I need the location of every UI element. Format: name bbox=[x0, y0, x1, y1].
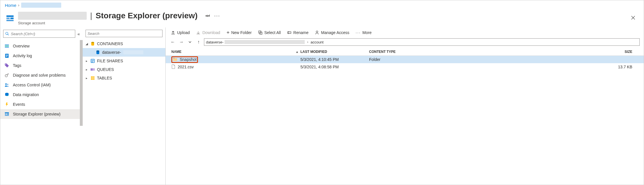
svg-point-15 bbox=[5, 64, 6, 65]
more-icon[interactable]: ··· bbox=[214, 13, 220, 19]
tree-node-queues[interactable]: ▸ QUEUES bbox=[83, 65, 165, 74]
svg-rect-35 bbox=[91, 76, 94, 80]
manage-access-button[interactable]: Manage Access bbox=[315, 30, 349, 35]
table-row[interactable]: 2021.csv 5/3/2021, 4:08:58 PM 13.7 KB bbox=[166, 63, 644, 71]
svg-rect-22 bbox=[7, 114, 9, 115]
column-header-size[interactable]: SIZE bbox=[413, 50, 641, 54]
sort-asc-icon: ▲ bbox=[296, 50, 299, 53]
tree-node-label: QUEUES bbox=[97, 67, 114, 72]
events-icon bbox=[4, 102, 9, 107]
svg-rect-9 bbox=[5, 46, 9, 46]
chevron-right-icon: › bbox=[18, 3, 19, 7]
svg-rect-14 bbox=[6, 56, 7, 57]
sidebar-nav: Overview Activity log Tags Diagnose and … bbox=[0, 40, 83, 185]
scrollbar-thumb[interactable] bbox=[80, 40, 83, 126]
file-size: 13.7 KB bbox=[413, 65, 641, 69]
file-type: Folder bbox=[367, 57, 413, 62]
svg-rect-12 bbox=[6, 55, 8, 55]
containers-icon bbox=[90, 41, 95, 46]
file-name: Snapshot bbox=[180, 57, 197, 62]
sidebar-item-label: Diagnose and solve problems bbox=[13, 73, 66, 77]
toolbar-label: Manage Access bbox=[321, 30, 349, 35]
svg-rect-42 bbox=[288, 32, 291, 33]
download-button[interactable]: Download bbox=[196, 30, 220, 35]
sidebar-item-label: Access Control (IAM) bbox=[13, 83, 51, 87]
tree-node-file-shares[interactable]: ▸ FILE SHARES bbox=[83, 57, 165, 65]
tree-node-label: CONTAINERS bbox=[97, 41, 123, 46]
tree-search[interactable] bbox=[86, 30, 163, 37]
tree-node-tables[interactable]: ▸ TABLES bbox=[83, 74, 165, 82]
svg-rect-2 bbox=[10, 17, 13, 19]
sidebar-item-activity-log[interactable]: Activity log bbox=[0, 51, 83, 61]
tree-node-redacted bbox=[123, 50, 143, 54]
tree-node-label: FILE SHARES bbox=[97, 59, 123, 63]
sidebar-item-overview[interactable]: Overview bbox=[0, 41, 83, 51]
nav-dropdown-button[interactable] bbox=[187, 39, 193, 45]
toolbar-label: Download bbox=[202, 30, 220, 35]
container-icon bbox=[95, 50, 100, 55]
svg-line-7 bbox=[8, 34, 9, 35]
svg-rect-33 bbox=[92, 68, 93, 71]
sidebar-item-access-control[interactable]: Access Control (IAM) bbox=[0, 80, 83, 90]
new-folder-button[interactable]: + New Folder bbox=[227, 30, 252, 35]
sidebar-item-diagnose[interactable]: Diagnose and solve problems bbox=[0, 70, 83, 80]
nav-up-button[interactable]: ↑ bbox=[195, 39, 202, 45]
svg-point-27 bbox=[96, 51, 99, 52]
queues-icon bbox=[90, 67, 95, 72]
sidebar-search[interactable] bbox=[3, 30, 75, 38]
chevron-right-icon: › bbox=[307, 40, 308, 44]
sidebar: « Overview Activity log Tags Diagnose an… bbox=[0, 27, 83, 185]
file-icon bbox=[171, 64, 175, 70]
sidebar-item-data-migration[interactable]: Data migration bbox=[0, 90, 83, 100]
column-header-modified[interactable]: LAST MODIFIED bbox=[299, 50, 367, 54]
sidebar-item-tags[interactable]: Tags bbox=[0, 61, 83, 70]
page-header: | Storage Explorer (preview) ··· Storage… bbox=[0, 10, 644, 27]
sidebar-item-label: Tags bbox=[13, 63, 21, 68]
sidebar-search-input[interactable] bbox=[11, 32, 73, 36]
address-bar[interactable]: dataverse- › account bbox=[204, 38, 640, 46]
collapse-sidebar-icon[interactable]: « bbox=[78, 31, 80, 36]
svg-rect-32 bbox=[91, 68, 92, 71]
table-row[interactable]: Snapshot 5/3/2021, 4:10:45 PM Folder bbox=[166, 56, 644, 63]
navigation-bar: ← → ↑ dataverse- › account bbox=[166, 38, 644, 48]
tree-node-containers[interactable]: ◢ CONTAINERS bbox=[83, 39, 165, 48]
svg-rect-23 bbox=[5, 115, 9, 116]
upload-button[interactable]: Upload bbox=[171, 30, 190, 35]
select-all-button[interactable]: Select All bbox=[258, 30, 281, 35]
storage-account-icon bbox=[5, 13, 15, 23]
svg-point-18 bbox=[7, 84, 8, 85]
tags-icon bbox=[4, 63, 9, 68]
sidebar-item-label: Overview bbox=[13, 44, 29, 48]
svg-rect-0 bbox=[7, 15, 14, 17]
column-header-type[interactable]: CONTENT TYPE bbox=[367, 50, 413, 54]
access-control-icon bbox=[4, 82, 9, 87]
expand-arrow-icon: ◢ bbox=[85, 42, 88, 46]
breadcrumb-home[interactable]: Home bbox=[5, 3, 16, 8]
table-header: NAME ▲ LAST MODIFIED CONTENT TYPE SIZE bbox=[166, 48, 644, 56]
column-label: NAME bbox=[171, 50, 181, 54]
breadcrumb: Home › bbox=[0, 0, 644, 10]
svg-rect-10 bbox=[5, 47, 9, 47]
sidebar-item-storage-explorer[interactable]: Storage Explorer (preview) bbox=[0, 109, 83, 119]
tree-node-dataverse[interactable]: dataverse- bbox=[83, 48, 165, 57]
close-button[interactable] bbox=[627, 13, 639, 23]
svg-rect-34 bbox=[94, 68, 95, 71]
collapse-arrow-icon: ▸ bbox=[85, 68, 88, 71]
overview-icon bbox=[4, 43, 9, 49]
address-segment: dataverse- bbox=[206, 40, 223, 44]
svg-rect-8 bbox=[5, 45, 9, 45]
pin-icon[interactable] bbox=[205, 13, 210, 19]
column-header-name[interactable]: NAME ▲ bbox=[169, 50, 299, 54]
storage-explorer-icon bbox=[4, 112, 9, 117]
svg-rect-31 bbox=[92, 62, 93, 62]
sidebar-item-events[interactable]: Events bbox=[0, 100, 83, 109]
title-separator: | bbox=[90, 11, 92, 20]
tree-search-input[interactable] bbox=[88, 31, 160, 36]
toolbar-label: New Folder bbox=[231, 30, 252, 35]
more-button[interactable]: ··· More bbox=[356, 30, 372, 35]
nav-back-button[interactable]: ← bbox=[170, 39, 176, 45]
toolbar-label: Select All bbox=[264, 30, 281, 35]
nav-forward-button[interactable]: → bbox=[178, 39, 185, 45]
data-migration-icon bbox=[4, 92, 9, 97]
rename-button[interactable]: Rename bbox=[287, 30, 308, 35]
